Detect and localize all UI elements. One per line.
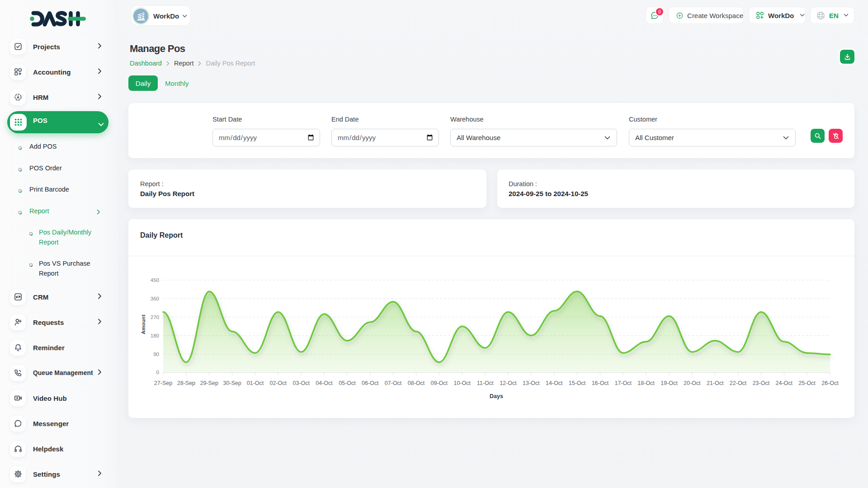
svg-text:Amount: Amount — [141, 314, 146, 334]
svg-text:20-Oct: 20-Oct — [684, 380, 701, 386]
svg-text:17-Oct: 17-Oct — [614, 380, 632, 386]
svg-text:09-Oct: 09-Oct — [431, 380, 448, 386]
svg-text:07-Oct: 07-Oct — [385, 380, 402, 386]
svg-text:29-Sep: 29-Sep — [200, 380, 218, 386]
svg-text:22-Oct: 22-Oct — [730, 380, 747, 386]
svg-text:03-Oct: 03-Oct — [292, 380, 310, 386]
svg-text:30-Sep: 30-Sep — [223, 380, 241, 386]
svg-text:13-Oct: 13-Oct — [523, 380, 540, 386]
svg-text:25-Oct: 25-Oct — [798, 380, 816, 386]
svg-text:0: 0 — [156, 370, 159, 375]
svg-text:19-Oct: 19-Oct — [660, 380, 678, 386]
svg-text:12-Oct: 12-Oct — [500, 380, 517, 386]
svg-text:06-Oct: 06-Oct — [362, 380, 379, 386]
svg-text:14-Oct: 14-Oct — [546, 380, 563, 386]
svg-text:26-Oct: 26-Oct — [821, 380, 839, 386]
svg-text:01-Oct: 01-Oct — [247, 380, 264, 386]
svg-text:21-Oct: 21-Oct — [707, 380, 724, 386]
svg-text:Days: Days — [490, 393, 503, 399]
svg-text:02-Oct: 02-Oct — [270, 380, 287, 386]
svg-text:23-Oct: 23-Oct — [753, 380, 770, 386]
svg-text:24-Oct: 24-Oct — [776, 380, 793, 386]
svg-text:360: 360 — [151, 296, 159, 301]
svg-text:05-Oct: 05-Oct — [339, 380, 356, 386]
svg-text:27-Sep: 27-Sep — [154, 380, 172, 386]
svg-text:16-Oct: 16-Oct — [592, 380, 609, 386]
svg-text:04-Oct: 04-Oct — [316, 380, 333, 386]
svg-text:18-Oct: 18-Oct — [637, 380, 655, 386]
svg-text:90: 90 — [153, 352, 159, 357]
svg-text:11-Oct: 11-Oct — [477, 380, 494, 386]
svg-text:28-Sep: 28-Sep — [177, 380, 195, 386]
svg-text:08-Oct: 08-Oct — [408, 380, 425, 386]
svg-text:10-Oct: 10-Oct — [453, 380, 471, 386]
svg-text:15-Oct: 15-Oct — [569, 380, 586, 386]
svg-text:450: 450 — [151, 277, 159, 283]
svg-text:270: 270 — [151, 314, 159, 320]
svg-text:180: 180 — [151, 333, 159, 338]
